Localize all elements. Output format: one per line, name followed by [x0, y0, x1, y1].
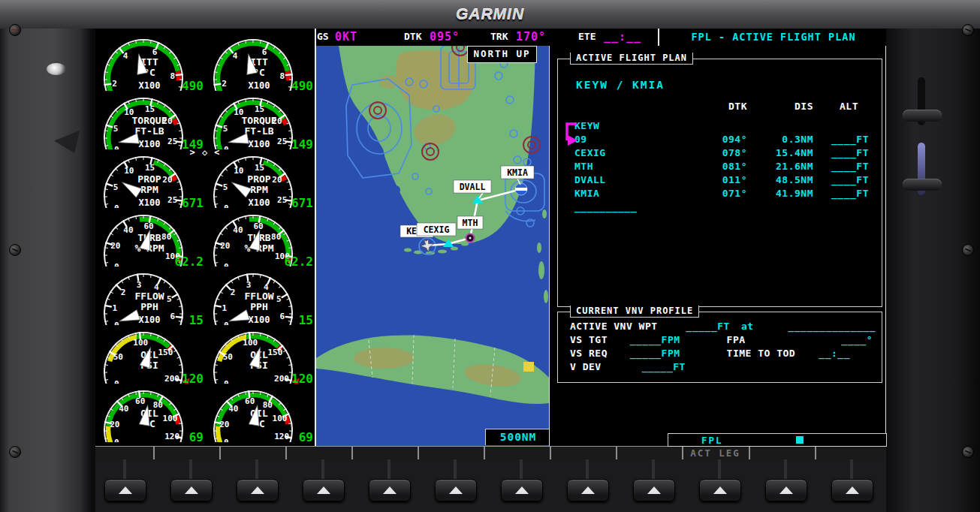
svg-text:DVALL: DVALL: [460, 182, 486, 192]
softkey-separator: [153, 447, 155, 459]
gauge-oil-temp-eng1: 020406080100120OIL°C69: [95, 384, 205, 442]
svg-text:60: 60: [143, 221, 153, 231]
softkey-button-arrow-icon: [383, 486, 397, 494]
svg-text:20: 20: [110, 420, 119, 429]
col-dtk: DTK: [672, 100, 747, 113]
svg-text:8: 8: [279, 71, 285, 81]
flight-plan-rows: KEYW09094°0.3NM____FTCEXIG078°15.4NM____…: [558, 119, 869, 214]
garmin-logo: GARMIN: [0, 5, 980, 23]
cuba-landmass: [316, 335, 549, 403]
svg-text:X100: X100: [139, 197, 161, 208]
svg-text:60: 60: [135, 396, 145, 406]
fpl-tab-cursor: [796, 436, 804, 444]
softkey-stem: [586, 459, 589, 479]
svg-text:40: 40: [123, 225, 133, 235]
svg-text:4: 4: [233, 51, 238, 61]
svg-text:25: 25: [167, 195, 177, 205]
svg-text:FT-LB: FT-LB: [134, 125, 164, 137]
map-label-mth: MTH: [457, 216, 483, 229]
map-range-indicator: 500NM: [485, 429, 549, 445]
softkey-separator: [550, 447, 551, 459]
gauge-prop-eng1: 0510152025PROPRPMX100671: [95, 149, 205, 208]
softkey-separator: [418, 447, 419, 459]
svg-text:490: 490: [182, 79, 204, 91]
svg-text:15: 15: [189, 313, 204, 325]
active-leg-arrow: [559, 119, 580, 149]
softkey-button-arrow-icon: [317, 486, 330, 494]
svg-text:15: 15: [299, 313, 313, 325]
svg-text:10: 10: [124, 166, 134, 176]
svg-text:120: 120: [274, 432, 289, 441]
svg-text:25: 25: [167, 137, 177, 146]
garmin-mfd-unit: GARMIN GS 0KT DTK 095° TRK 170° ETE __:_…: [0, 0, 980, 512]
gauge-itt-eng1: 2468ITT°CX100490: [95, 32, 205, 91]
svg-text:100: 100: [163, 414, 178, 423]
softkey-button-11[interactable]: [765, 479, 807, 501]
softkey-button-9[interactable]: [633, 479, 675, 501]
fpl-tab-label: FPL: [701, 435, 723, 446]
svg-text:100: 100: [133, 338, 148, 348]
svg-text:60: 60: [253, 221, 263, 231]
dtk-value: 095°: [430, 30, 460, 44]
fpl-tab: FPL: [668, 433, 887, 447]
softkey-button-6[interactable]: [435, 479, 477, 501]
svg-text:20: 20: [162, 175, 172, 185]
dtk-label: DTK: [404, 31, 421, 42]
gs-label: GS: [317, 31, 329, 42]
softkey-separator: [616, 447, 617, 459]
map-label-cexig: CEXIG: [417, 223, 456, 236]
cursor-joystick-cap[interactable]: [903, 179, 942, 191]
softkey-button-3[interactable]: [237, 479, 279, 501]
softkey-stem: [123, 459, 126, 479]
status-bar: GS 0KT DTK 095° TRK 170° ETE __:__ FPL -…: [315, 29, 886, 46]
svg-text:120: 120: [291, 372, 313, 384]
svg-text:671: 671: [182, 196, 204, 208]
gs-value: 0KT: [335, 30, 357, 44]
map-orientation-indicator: NORTH UP: [467, 46, 537, 63]
gauge-oil-psi-eng1: 050100150200OILPSI120: [95, 325, 205, 384]
softkey-button-12[interactable]: [831, 479, 873, 501]
svg-text:4: 4: [123, 51, 128, 61]
gauge-prop-eng2: 0510152025PROPRPMX100671: [205, 149, 315, 208]
svg-text:50: 50: [223, 352, 233, 362]
svg-text:X100: X100: [249, 197, 270, 208]
svg-text:RPM: RPM: [140, 184, 158, 195]
softkey-button-1[interactable]: [104, 479, 146, 501]
softkey-act-leg: ACT LEG: [682, 447, 749, 459]
mfd-screen: GS 0KT DTK 095° TRK 170° ETE __:__ FPL -…: [95, 29, 886, 459]
svg-text:5: 5: [113, 182, 119, 192]
svg-text:3: 3: [137, 280, 142, 290]
gauge-turb-eng1: 020406080100TURB% RPM62.2: [95, 208, 205, 267]
softkey-button-2[interactable]: [170, 479, 213, 501]
softkey-button-10[interactable]: [699, 479, 741, 501]
softkey-button-5[interactable]: [369, 479, 411, 501]
gauge-fflow-eng1: 0123456FFLOWPPHX10015: [95, 267, 205, 325]
svg-text:40: 40: [228, 404, 238, 414]
softkey-button-8[interactable]: [567, 479, 609, 501]
svg-text:15: 15: [145, 163, 155, 173]
svg-text:100: 100: [273, 414, 288, 423]
svg-text:X100: X100: [139, 315, 161, 325]
page-title: FPL - ACTIVE FLIGHT PLAN: [661, 31, 886, 43]
svg-text:80: 80: [161, 232, 171, 242]
current-vnv-profile-box: CURRENT VNV PROFILE ACTIVE VNV WPT _____…: [557, 312, 882, 383]
softkey-button-7[interactable]: [501, 479, 543, 501]
svg-text:6: 6: [279, 312, 285, 321]
svg-text:10: 10: [234, 166, 243, 176]
softkey-stem: [718, 459, 721, 479]
svg-text:490: 490: [291, 79, 313, 91]
softkey-stem: [321, 459, 324, 479]
gauge-torque-eng1: 0510152025TORQUEFT-LBX100149: [95, 91, 205, 149]
softkey-button-4[interactable]: [303, 479, 345, 501]
screw: [9, 244, 21, 256]
softkey-button-arrow-icon: [119, 486, 132, 494]
svg-text:0: 0: [224, 438, 229, 442]
range-joystick-cap[interactable]: [903, 110, 942, 122]
map-panel: KEYW CEXIG MTH DVALL K: [316, 46, 549, 446]
screw: [9, 24, 21, 36]
svg-text:PROP: PROP: [137, 173, 161, 185]
fpl-row: MTH081°21.6NM____FT: [558, 160, 869, 173]
softkey-separator: [749, 447, 750, 459]
softkey-button-arrow-icon: [515, 486, 529, 494]
softkey-stem: [189, 459, 192, 479]
